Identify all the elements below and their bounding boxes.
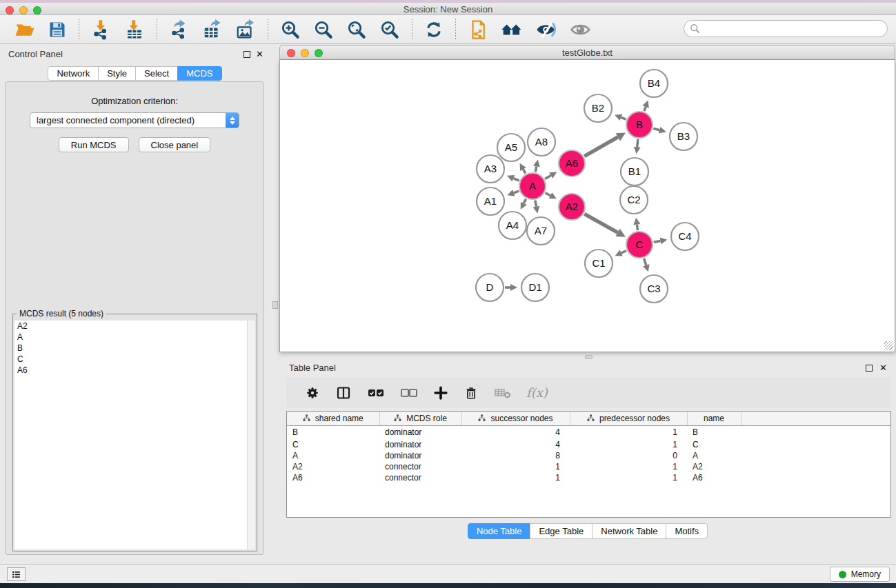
mcds-result-list[interactable]: A2ABCA6 <box>14 321 255 549</box>
table-cell[interactable]: B <box>287 425 379 439</box>
zoom-selected-icon[interactable] <box>378 18 401 41</box>
close-table-panel-icon[interactable]: ✕ <box>879 363 887 373</box>
table-row[interactable]: Bdominator41B <box>287 425 890 439</box>
column-header-shared-name[interactable]: shared name <box>287 412 379 425</box>
table-cell[interactable]: A6 <box>287 472 379 483</box>
tab-edge-table[interactable]: Edge Table <box>530 523 593 539</box>
graph-edge-B-B3[interactable] <box>653 128 659 130</box>
run-mcds-button[interactable]: Run MCDS <box>59 137 129 152</box>
tab-mcds[interactable]: MCDS <box>177 66 221 81</box>
graph-edge-C-C2[interactable] <box>637 225 637 230</box>
table-cell[interactable]: dominator <box>379 450 461 461</box>
graph-edge-A-A5[interactable] <box>523 169 525 173</box>
tab-style[interactable]: Style <box>98 66 136 81</box>
homes-icon[interactable] <box>499 18 524 41</box>
graph-edge-A-A2[interactable] <box>546 193 550 196</box>
resize-grip-icon[interactable] <box>884 341 893 350</box>
delete-column-icon[interactable] <box>462 384 480 402</box>
result-list-item[interactable]: B <box>14 343 255 354</box>
open-folder-icon[interactable] <box>13 18 37 41</box>
result-list-item[interactable]: A6 <box>14 365 255 376</box>
deselect-all-checkboxes-icon[interactable] <box>399 385 419 401</box>
column-header-successor-nodes[interactable]: successor nodes <box>461 412 570 425</box>
export-image-icon[interactable] <box>234 18 257 41</box>
splitter-grip-left[interactable] <box>272 301 278 309</box>
result-list-scrollbar[interactable] <box>247 321 255 549</box>
network-canvas[interactable]: B4B2BB3A5A8A6A3B1AA1C2A2A4A7C4CC1C3DD1 <box>279 60 895 352</box>
table-row[interactable]: Cdominator41C <box>287 439 890 450</box>
graph-edge-C-C3[interactable] <box>644 258 646 265</box>
tab-network[interactable]: Network <box>48 66 99 81</box>
float-panel-icon[interactable] <box>243 51 250 58</box>
table-cell[interactable]: dominator <box>379 439 461 450</box>
optimization-criterion-select[interactable]: largest connected component (directed) <box>30 112 239 128</box>
graph-edge-A-A7[interactable] <box>535 201 537 207</box>
split-table-icon[interactable] <box>334 383 353 403</box>
result-list-item[interactable]: C <box>14 354 255 365</box>
tab-motifs[interactable]: Motifs <box>666 523 708 539</box>
add-column-icon[interactable] <box>432 384 450 402</box>
graph-edge-A6-B[interactable] <box>584 137 618 156</box>
search-input[interactable] <box>704 23 887 34</box>
table-cell[interactable]: A6 <box>687 472 741 483</box>
import-table-icon[interactable] <box>123 18 146 41</box>
export-table-icon[interactable] <box>201 18 224 41</box>
table-cell[interactable]: dominator <box>379 425 461 439</box>
graph-edge-B-B4[interactable] <box>644 107 646 111</box>
table-cell[interactable]: 1 <box>570 472 687 483</box>
table-cell[interactable]: 4 <box>461 425 570 439</box>
tab-node-table[interactable]: Node Table <box>468 523 531 539</box>
table-cell[interactable]: C <box>687 439 741 450</box>
table-cell[interactable]: 8 <box>461 450 570 461</box>
graph-edge-A-A1[interactable] <box>514 191 519 193</box>
table-cell[interactable]: A2 <box>687 461 741 472</box>
close-panel-icon[interactable]: ✕ <box>256 49 263 59</box>
result-list-item[interactable]: A2 <box>14 321 255 332</box>
export-network-icon[interactable] <box>168 18 191 41</box>
table-cell[interactable]: connector <box>379 461 461 472</box>
column-header-MCDS-role[interactable]: MCDS role <box>379 412 461 425</box>
settings-gear-icon[interactable] <box>303 384 321 402</box>
network-document-icon[interactable] <box>466 18 490 41</box>
graph-edge-B-B1[interactable] <box>637 139 638 147</box>
table-cell[interactable]: 4 <box>461 439 570 450</box>
table-cell[interactable]: 1 <box>461 472 570 483</box>
table-cell[interactable]: 1 <box>461 461 570 472</box>
tab-select[interactable]: Select <box>135 66 178 81</box>
table-cell[interactable]: 1 <box>570 425 687 439</box>
graph-edge-A2-C[interactable] <box>584 214 617 232</box>
table-row[interactable]: Adominator80A <box>287 450 890 461</box>
table-cell[interactable]: C <box>287 439 379 450</box>
graph-edge-C-C4[interactable] <box>654 241 661 242</box>
memory-button[interactable]: Memory <box>830 567 890 582</box>
zoom-out-icon[interactable] <box>312 18 335 41</box>
table-row[interactable]: A2connector11A2 <box>287 461 890 472</box>
float-table-panel-icon[interactable] <box>866 365 873 372</box>
refresh-icon[interactable] <box>423 19 445 41</box>
graph-edge-A-A6[interactable] <box>545 176 551 179</box>
table-row[interactable]: A6connector11A6 <box>287 472 890 483</box>
table-cell[interactable]: A2 <box>287 461 379 472</box>
graph-edge-A-A4[interactable] <box>524 199 526 203</box>
tab-network-table[interactable]: Network Table <box>592 523 666 539</box>
eye-hidden-icon[interactable] <box>534 18 559 41</box>
zoom-in-icon[interactable] <box>279 18 302 41</box>
graph-edge-A-A3[interactable] <box>513 179 519 181</box>
table-cell[interactable]: A <box>287 450 379 461</box>
zoom-fit-icon[interactable] <box>345 18 368 41</box>
close-panel-button[interactable]: Close panel <box>139 137 211 152</box>
import-network-icon[interactable] <box>90 18 113 41</box>
table-cell[interactable]: connector <box>379 472 461 483</box>
select-all-checkboxes-icon[interactable] <box>366 385 386 401</box>
table-cell[interactable]: 0 <box>570 450 687 461</box>
table-cell[interactable]: B <box>687 425 741 439</box>
graph-edge-A-A8[interactable] <box>535 166 537 172</box>
table-cell[interactable]: 1 <box>570 461 687 472</box>
result-list-item[interactable]: A <box>14 332 255 343</box>
column-header-predecessor-nodes[interactable]: predecessor nodes <box>570 412 687 425</box>
table-cell[interactable]: 1 <box>570 439 687 450</box>
task-history-icon[interactable] <box>7 567 26 581</box>
column-header-name[interactable]: name <box>687 412 741 425</box>
graph-edge-B-B2[interactable] <box>621 117 626 119</box>
save-icon[interactable] <box>46 19 68 41</box>
